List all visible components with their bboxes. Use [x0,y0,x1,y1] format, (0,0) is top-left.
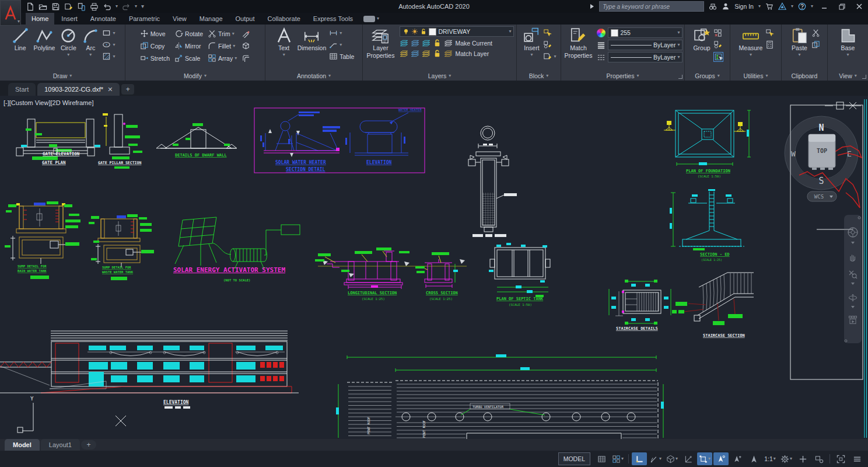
ortho-toggle[interactable] [632,452,647,465]
match-layer-button[interactable]: Match Layer [455,50,489,57]
scale-value[interactable]: 1:1▾ [762,452,778,465]
layer-off-icon[interactable] [400,49,408,58]
paste-button[interactable]: Paste▾ [789,26,810,58]
hatch-button[interactable]: ▾ [102,52,115,61]
annotation-scale-button[interactable] [746,452,761,465]
panel-launcher-icon[interactable] [862,75,866,79]
create-block-button[interactable] [543,29,556,37]
make-current-icon[interactable] [444,39,453,47]
edit-block-button[interactable] [543,40,556,49]
layer-unisolate-icon[interactable] [411,39,419,47]
ellipse-button[interactable]: ▾ [102,40,115,49]
explode-button[interactable] [242,41,250,50]
chevron-down-icon[interactable]: ▾ [135,4,137,9]
fillet-button[interactable]: Fillet▾ [208,41,237,50]
panel-title-modify[interactable]: Modify▾ [125,72,265,80]
measure-button[interactable]: Measure▾ [737,26,765,58]
annotation-visibility-toggle[interactable] [713,452,729,465]
base-view-button[interactable]: Base▾ [838,26,859,58]
text-button[interactable]: Text▾ [274,26,295,58]
compass-south[interactable]: S [818,176,824,186]
chevron-down-icon[interactable]: ▾ [811,4,813,9]
snap-toggle[interactable]: ▾ [610,452,625,465]
help-icon[interactable] [798,2,806,11]
compass-west[interactable]: W [791,149,796,158]
file-tab-start[interactable]: Start [8,83,36,96]
tab-layout1[interactable]: Layout1 [41,439,80,451]
linetype-select[interactable]: ByLayer▾ [608,52,682,62]
chevron-down-icon[interactable]: ▾ [708,456,710,461]
move-button[interactable]: Move [140,29,170,38]
trim-button[interactable]: Trim▾ [208,29,237,38]
panel-title-groups[interactable]: Groups▾ [685,72,730,80]
tab-model[interactable]: Model [5,439,40,451]
offset-button[interactable] [242,54,250,62]
redo-icon[interactable] [122,2,131,11]
search-icon[interactable] [709,2,717,11]
panel-title-draw[interactable]: Draw▾ [0,72,125,80]
model-space-toggle[interactable]: MODEL [558,452,590,465]
chevron-down-icon[interactable]: ▾ [791,4,793,9]
erase-button[interactable] [242,29,250,38]
clean-screen-button[interactable] [833,452,848,465]
print-icon[interactable] [90,2,99,11]
quick-select-button[interactable] [765,29,774,37]
chevron-down-icon[interactable]: ▾ [116,4,118,9]
panel-title-clipboard[interactable]: Clipboard [782,72,827,80]
isolate-objects-button[interactable] [811,452,827,465]
close-button[interactable] [853,2,866,11]
tab-home[interactable]: Home [26,13,54,25]
object-snap-tracking-toggle[interactable] [681,452,696,465]
mirror-button[interactable]: Mirror [174,41,203,50]
make-current-button[interactable]: Make Current [455,40,492,47]
tab-express-tools[interactable]: Express Tools [307,13,359,25]
chevron-down-icon[interactable]: ▾ [676,456,678,461]
line-button[interactable]: Line [10,26,31,53]
linear-dimension-button[interactable]: ▾ [329,29,354,37]
search-input[interactable] [599,1,704,12]
new-layout-button[interactable]: + [81,440,96,449]
chevron-down-icon[interactable]: ▾ [790,456,792,461]
customize-qat-icon[interactable]: ▾ [141,4,144,9]
layer-freeze-icon[interactable] [422,39,430,47]
annotation-monitor-button[interactable] [795,452,810,465]
chevron-down-icon[interactable]: ▾ [758,4,761,9]
tab-collaborate[interactable]: Collaborate [262,13,306,25]
grid-toggle[interactable] [594,452,609,465]
panel-title-properties[interactable]: Properties▾ [561,72,684,80]
workspace-switching-button[interactable]: ▾ [779,452,794,465]
define-attributes-button[interactable]: ▾ [543,52,556,61]
sign-in-button[interactable]: Sign In [734,3,754,10]
ribbon-display-toggle[interactable]: ▾ [363,13,379,25]
undo-icon[interactable] [103,2,111,11]
viewport-controls-label[interactable]: [-][Custom View][2D Wireframe] [4,99,93,106]
insert-block-button[interactable]: Insert▾ [521,26,542,58]
file-tab-drawing[interactable]: 10903-2022-CG.dxf*✕ [37,83,120,96]
tab-manage[interactable]: Manage [194,13,229,25]
search-expand-icon[interactable] [590,4,594,9]
chevron-down-icon[interactable]: ▾ [659,456,662,461]
app-store-cart-icon[interactable] [765,2,774,11]
copy-button[interactable]: Copy [140,41,170,50]
layer-lock-icon[interactable] [433,39,442,47]
user-icon[interactable] [722,2,730,11]
layer-edit-icon[interactable] [411,49,419,58]
match-properties-button[interactable]: MatchProperties [563,26,594,60]
polyline-button[interactable]: Polyline [32,26,57,53]
object-color-select[interactable]: 255▾ [608,27,682,38]
tab-insert[interactable]: Insert [55,13,83,25]
match-layer-icon[interactable] [444,49,453,58]
layer-properties-button[interactable]: LayerProperties [365,26,397,60]
isometric-drafting-toggle[interactable]: ▾ [664,452,680,465]
cut-button[interactable] [811,29,820,37]
group-edit-button[interactable] [713,40,723,49]
quick-calculator-button[interactable] [765,40,774,49]
dimension-button[interactable]: Dimension [296,26,328,53]
tab-output[interactable]: Output [230,13,261,25]
leader-button[interactable]: ▾ [329,40,354,49]
stretch-button[interactable]: Stretch [140,54,170,62]
save-icon[interactable] [51,2,60,11]
minimize-button[interactable] [818,2,831,11]
plot-mobile-icon[interactable] [77,2,86,11]
viewcube[interactable]: N W E S TOP WCS [785,116,862,208]
